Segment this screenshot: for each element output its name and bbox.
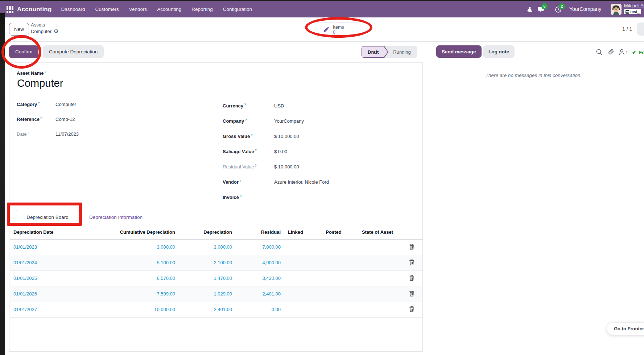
cell-depreciation[interactable]: 3,000.00 xyxy=(179,239,236,255)
footer-residual-total: — xyxy=(236,317,284,334)
desktop-left-strip xyxy=(0,13,5,355)
field-value[interactable]: Azure Interior, Nicole Ford xyxy=(274,179,329,185)
cell-linked xyxy=(284,270,313,286)
column-header-residual: Residual xyxy=(236,225,284,239)
cell-date[interactable]: 01/01/2026 xyxy=(10,286,91,302)
debug-bug-icon[interactable] xyxy=(527,6,533,13)
cell-depreciation[interactable]: 2,100.00 xyxy=(179,255,236,270)
field-value[interactable]: Computer xyxy=(55,102,76,107)
delete-row-icon[interactable] xyxy=(409,290,414,297)
cell-cumulative-depreciation[interactable]: 10,000.00 xyxy=(91,302,179,317)
field-residual-value: Residual Value?$ 10,000.00 xyxy=(223,159,411,174)
nav-menu-customers[interactable]: Customers xyxy=(90,1,124,17)
field-label: Invoice? xyxy=(223,194,274,200)
user-menu[interactable]: Mitchell Admin test_ xyxy=(624,3,644,15)
database-name: test_ xyxy=(630,9,640,14)
cell-residual[interactable]: 7,000.00 xyxy=(236,239,284,255)
following-button[interactable]: Following xyxy=(639,50,644,55)
attachment-paperclip-icon[interactable] xyxy=(608,49,615,56)
cell-depreciation[interactable]: 1,029.00 xyxy=(179,286,236,302)
field-label: Currency? xyxy=(223,103,274,109)
action-bar: Confirm Compute Depreciation Draft Runni… xyxy=(5,42,644,62)
cell-cumulative-depreciation[interactable]: 7,599.00 xyxy=(91,286,179,302)
cell-depreciation[interactable]: 1,470.00 xyxy=(179,270,236,286)
field-value[interactable]: $ 10,000.00 xyxy=(274,164,299,170)
depreciation-row[interactable]: 01/01/20245,100.002,100.004,900.00 xyxy=(10,255,422,270)
nav-menu-reporting[interactable]: Reporting xyxy=(186,1,218,17)
cell-date[interactable]: 01/01/2023 xyxy=(10,239,91,255)
tab-depreciation-board[interactable]: Depreciation Board xyxy=(16,210,79,224)
field-reference: Reference?Comp-12 xyxy=(17,112,191,127)
cell-residual[interactable]: 4,900.00 xyxy=(236,255,284,270)
cell-cumulative-depreciation[interactable]: 6,570.00 xyxy=(91,270,179,286)
cell-posted xyxy=(313,255,354,270)
tab-depreciation-information[interactable]: Depreciation Information xyxy=(86,210,146,224)
breadcrumb-assets-link[interactable]: Assets xyxy=(31,22,59,28)
nav-menu-dashboard[interactable]: Dashboard xyxy=(56,1,90,17)
app-title[interactable]: Accounting xyxy=(17,6,52,13)
delete-row-icon[interactable] xyxy=(409,259,414,265)
cell-depreciation[interactable]: 2,401.00 xyxy=(179,302,236,317)
chatter-panel: There are no messages in this conversati… xyxy=(423,62,644,352)
pager-buttons[interactable] xyxy=(637,23,644,36)
cell-state-of-asset xyxy=(354,286,401,302)
field-gross-value: Gross Value?$ 10,000.00 xyxy=(223,128,411,144)
help-icon: ? xyxy=(245,118,247,122)
nav-menu-vendors[interactable]: Vendors xyxy=(124,1,152,17)
settings-gear-icon[interactable]: ⚙ xyxy=(54,28,58,34)
delete-row-icon[interactable] xyxy=(409,275,414,281)
depreciation-row[interactable]: 01/01/20233,000.003,000.007,000.00 xyxy=(10,239,422,255)
field-salvage-value: Salvage Value?$ 0.00 xyxy=(223,144,411,159)
cell-residual[interactable]: 2,401.00 xyxy=(236,286,284,302)
company-switcher[interactable]: YourCompany xyxy=(569,1,601,17)
field-value[interactable]: $ 10,000.00 xyxy=(274,134,299,139)
field-value[interactable]: $ 0.00 xyxy=(274,149,287,154)
cell-linked xyxy=(284,302,313,317)
field-value[interactable]: YourCompany xyxy=(274,118,304,124)
nav-menu-accounting[interactable]: Accounting xyxy=(152,1,186,17)
depreciation-row[interactable]: 01/01/20267,599.001,029.002,401.00 xyxy=(10,286,422,302)
go-to-frontend-button[interactable]: Go to Frontend xyxy=(607,322,644,335)
cell-residual[interactable]: 3,430.00 xyxy=(236,270,284,286)
field-value[interactable]: USD xyxy=(274,103,284,109)
field-label: Vendor? xyxy=(223,179,274,185)
status-running[interactable]: Running xyxy=(384,46,417,58)
field-value[interactable]: Comp-12 xyxy=(55,117,75,122)
followers-person-icon[interactable] xyxy=(618,49,625,56)
cell-date[interactable]: 01/01/2025 xyxy=(10,270,91,286)
status-draft[interactable]: Draft xyxy=(362,46,384,58)
nav-menu-configuration[interactable]: Configuration xyxy=(218,1,257,17)
compute-depreciation-button[interactable]: Compute Depreciation xyxy=(43,45,104,58)
depreciation-row[interactable]: 01/01/20256,570.001,470.003,430.00 xyxy=(10,270,422,286)
cell-date[interactable]: 01/01/2024 xyxy=(10,255,91,270)
cell-cumulative-depreciation[interactable]: 3,000.00 xyxy=(91,239,179,255)
send-message-button[interactable]: Send message xyxy=(436,45,482,58)
column-header-cumulative-depreciation: Cumulative Depreciation xyxy=(91,225,179,239)
field-category: Category?Computer xyxy=(17,97,191,112)
confirm-button[interactable]: Confirm xyxy=(9,45,38,58)
depreciation-row[interactable]: 01/01/202710,000.002,401.000.00 xyxy=(10,302,422,317)
user-avatar[interactable] xyxy=(611,4,622,15)
depreciation-table-header: Depreciation DateCumulative Depreciation… xyxy=(10,225,422,239)
delete-row-icon[interactable] xyxy=(409,244,414,250)
breadcrumb-current: Computer xyxy=(31,29,51,34)
cell-cumulative-depreciation[interactable]: 5,100.00 xyxy=(91,255,179,270)
help-icon: ? xyxy=(239,179,242,183)
items-stat-button[interactable]: Items 0 xyxy=(317,22,359,37)
column-header-state-of-asset: State of Asset xyxy=(354,225,401,239)
chatter-empty-message: There are no messages in this conversati… xyxy=(423,73,644,78)
field-value[interactable]: 11/07/2023 xyxy=(55,131,79,137)
cell-date[interactable]: 01/01/2027 xyxy=(10,302,91,317)
help-icon: ? xyxy=(255,148,257,152)
cell-posted xyxy=(313,270,354,286)
cell-residual[interactable]: 0.00 xyxy=(236,302,284,317)
new-button[interactable]: New xyxy=(9,23,29,36)
help-icon: ? xyxy=(240,194,242,198)
log-note-button[interactable]: Log note xyxy=(483,45,515,58)
delete-row-icon[interactable] xyxy=(409,306,414,312)
search-messages-icon[interactable] xyxy=(596,49,603,56)
help-icon: ? xyxy=(44,70,46,74)
form-fields-right: Currency?USDCompany?YourCompanyGross Val… xyxy=(223,98,411,205)
asset-name-value[interactable]: Computer xyxy=(17,77,63,89)
apps-grid-icon[interactable] xyxy=(7,6,13,13)
